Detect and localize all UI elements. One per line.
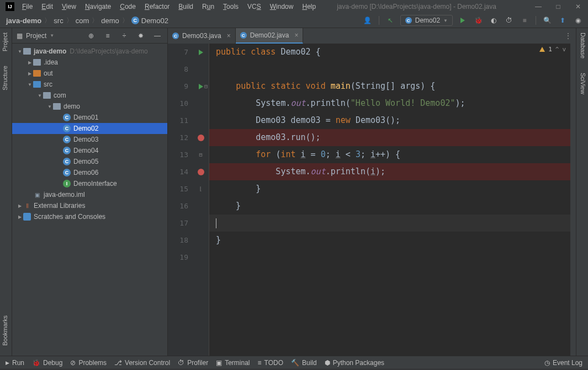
bottom-problems[interactable]: ⊘Problems [70, 359, 107, 367]
crumb-class[interactable]: CDemo02 [130, 17, 170, 25]
collapse-all-icon[interactable]: ÷ [119, 30, 130, 41]
tool-project-tab[interactable]: Project [0, 28, 12, 56]
close-window-button[interactable]: ✕ [568, 0, 588, 13]
tree-out[interactable]: ▶ out [12, 68, 167, 79]
menu-file[interactable]: File [18, 1, 37, 12]
window-title: java-demo [D:\IdeaProjects\java-demo] - … [337, 3, 496, 10]
tree-interface[interactable]: I DemoInterface [12, 178, 167, 189]
tree-root[interactable]: ▼ java-demo D:\IdeaProjects\java-demo [12, 46, 167, 57]
tool-bookmarks-tab[interactable]: Bookmarks [0, 311, 12, 350]
editor[interactable]: 1 ^ v 7 8 9 10 11 12 13 14 15 16 17 18 1… [168, 44, 576, 356]
expand-arrow[interactable]: ▶ [17, 203, 23, 208]
close-tab-icon[interactable]: × [227, 32, 231, 40]
class-icon: C [405, 17, 412, 24]
line-number-gutter: 7 8 9 10 11 12 13 14 15 16 17 18 19 [168, 44, 193, 356]
file-tab[interactable]: C Demo03.java × [168, 28, 236, 44]
search-everywhere-button[interactable]: 🔍 [542, 15, 553, 26]
bottom-todo[interactable]: ≡TODO [258, 359, 283, 367]
bottom-build[interactable]: 🔨Build [291, 359, 317, 367]
close-tab-icon[interactable]: × [294, 31, 298, 39]
package-icon [43, 92, 51, 99]
stop-button[interactable]: ■ [519, 15, 530, 26]
bottom-run[interactable]: ▶Run [6, 359, 24, 367]
code-area[interactable]: public class Demo02 { public static void… [209, 44, 570, 356]
inspection-bar[interactable]: 1 ^ v [539, 46, 566, 53]
expand-arrow[interactable]: ▶ [27, 60, 33, 65]
panel-settings-icon[interactable]: ✸ [135, 30, 146, 41]
tree-ext-lib[interactable]: ▶ ⫴ External Libraries [12, 200, 167, 211]
menu-tools[interactable]: Tools [219, 1, 243, 12]
bottom-event-log[interactable]: ◷Event Log [544, 359, 582, 367]
expand-arrow[interactable]: ▼ [36, 93, 43, 98]
menu-run[interactable]: Run [198, 1, 219, 12]
menu-view[interactable]: View [57, 1, 81, 12]
maximize-button[interactable]: □ [548, 0, 568, 13]
bottom-debug[interactable]: 🐞Debug [32, 359, 62, 367]
expand-all-icon[interactable]: ≡ [102, 30, 113, 41]
select-opened-file-icon[interactable]: ⊕ [86, 30, 97, 41]
class-icon: C [172, 33, 179, 39]
menu-window[interactable]: Window [266, 1, 298, 12]
update-button[interactable]: ⬆ [557, 15, 568, 26]
menu-edit[interactable]: Edit [37, 1, 57, 12]
tree-scratch[interactable]: ▶ Scratches and Consoles [12, 211, 167, 222]
tree-iml[interactable]: ▣ java-demo.iml [12, 189, 167, 200]
expand-arrow[interactable]: ▶ [27, 71, 33, 76]
project-tree: ▼ java-demo D:\IdeaProjects\java-demo ▶ … [12, 44, 167, 356]
tree-class[interactable]: C Demo06 [12, 167, 167, 178]
add-user-icon[interactable]: 👤 [362, 15, 373, 26]
tree-src[interactable]: ▼ src [12, 79, 167, 90]
expand-arrow[interactable]: ▶ [17, 215, 23, 219]
file-tab[interactable]: C Demo02.java × [236, 28, 304, 44]
tool-structure-tab[interactable]: Structure [0, 61, 12, 95]
gutter-run-icon[interactable] [199, 50, 203, 55]
tree-class[interactable]: C Demo02 [12, 123, 167, 134]
menu-help[interactable]: Help [298, 1, 320, 12]
bottom-terminal[interactable]: ▣Terminal [216, 359, 250, 367]
breakpoint-icon[interactable] [198, 169, 204, 175]
class-icon: C [63, 158, 71, 165]
minimize-button[interactable]: ― [528, 0, 548, 13]
run-config-selector[interactable]: C Demo02 ▼ [400, 15, 453, 26]
debug-button[interactable]: 🐞 [473, 15, 484, 26]
bottom-profiler[interactable]: ⏱Profiler [178, 359, 208, 367]
build-hammer-icon[interactable]: ↖ [385, 15, 396, 26]
expand-arrow[interactable]: ▼ [17, 49, 23, 54]
menu-navigate[interactable]: Navigate [81, 1, 115, 12]
tool-database-tab[interactable]: Database [576, 28, 588, 63]
menu-code[interactable]: Code [115, 1, 140, 12]
class-icon: C [63, 169, 71, 176]
tree-idea[interactable]: ▶ .idea [12, 57, 167, 68]
gutter-run-icon[interactable] [199, 84, 203, 89]
menu-build[interactable]: Build [174, 1, 198, 12]
project-icon: ▦ [17, 32, 23, 40]
ide-settings-button[interactable]: ◉ [573, 15, 584, 26]
bottom-vcs[interactable]: ⎇Version Control [114, 359, 170, 367]
editor-tab-bar: C Demo03.java × C Demo02.java × ⋮ [168, 28, 576, 44]
expand-arrow[interactable]: ▼ [46, 104, 53, 109]
tree-class[interactable]: C Demo03 [12, 134, 167, 145]
tab-bar-menu[interactable]: ⋮ [560, 28, 576, 44]
crumb-demo[interactable]: demo [99, 17, 121, 25]
run-gutter[interactable]: ⊟ ⊟ ⌊ [193, 44, 209, 356]
scrollbar[interactable] [570, 44, 576, 356]
run-button[interactable] [457, 15, 468, 26]
expand-arrow[interactable]: ▼ [27, 82, 33, 87]
tree-demo-pkg[interactable]: ▼ demo [12, 101, 167, 112]
crumb-project[interactable]: java-demo [4, 17, 43, 25]
tree-class[interactable]: C Demo01 [12, 112, 167, 123]
hide-panel-icon[interactable]: — [152, 30, 163, 41]
tool-sciview-tab[interactable]: SciView [576, 68, 588, 99]
breakpoint-icon[interactable] [198, 135, 204, 141]
bottom-python[interactable]: ⬢Python Packages [325, 359, 384, 367]
menu-vcs[interactable]: VCS [243, 1, 266, 12]
menu-refactor[interactable]: Refactor [140, 1, 174, 12]
tree-class[interactable]: C Demo05 [12, 156, 167, 167]
crumb-com[interactable]: com [74, 17, 91, 25]
tree-com[interactable]: ▼ com [12, 90, 167, 101]
panel-title[interactable]: ▦ Project ▼ [17, 32, 54, 40]
tree-class[interactable]: C Demo04 [12, 145, 167, 156]
profiler-button[interactable]: ⏱ [504, 15, 515, 26]
crumb-src[interactable]: src [52, 17, 65, 25]
coverage-button[interactable]: ◐ [488, 15, 499, 26]
